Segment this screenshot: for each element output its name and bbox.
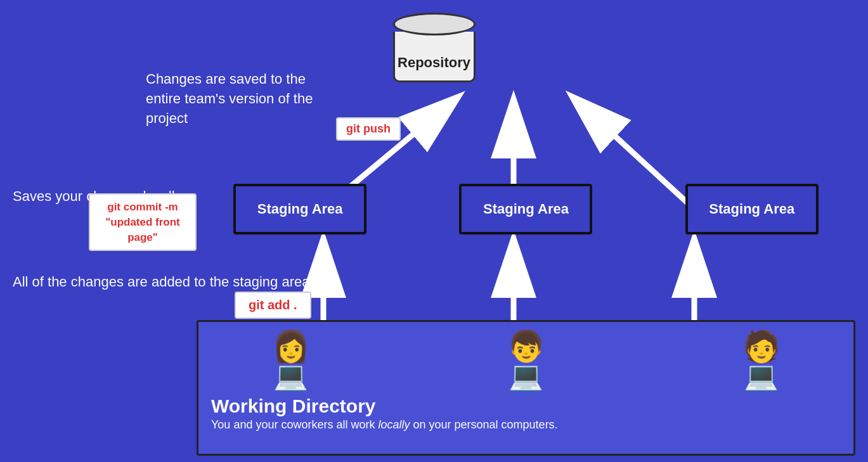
repository-cylinder: Repository	[393, 13, 476, 82]
repository-section: Repository	[393, 13, 476, 82]
staging-area-2: Staging Area	[459, 184, 592, 234]
staging-area-label: All of the changes are added to the stag…	[13, 273, 309, 292]
person-2-head: 👦	[507, 331, 545, 362]
person-3: 🧑 💻	[742, 331, 781, 390]
working-directory-section: 👩 💻 👦 💻 🧑 💻 Working Directory You and yo…	[197, 320, 855, 456]
staging-areas-row: Staging Area Staging Area Staging Area	[197, 184, 855, 234]
git-add-badge: git add .	[235, 292, 311, 319]
person-1: 👩 💻	[272, 331, 310, 390]
person-2: 👦 💻	[507, 331, 545, 390]
changes-saved-label: Changes are saved to the entire team's v…	[146, 70, 317, 128]
repository-label: Repository	[398, 55, 470, 71]
person-3-laptop: 💻	[744, 362, 779, 390]
staging-area-3: Staging Area	[685, 184, 819, 234]
working-directory-title: Working Directory	[211, 395, 376, 417]
cylinder-top	[393, 13, 476, 35]
person-2-laptop: 💻	[508, 362, 543, 390]
avatars-row: 👩 💻 👦 💻 🧑 💻	[211, 328, 841, 390]
git-commit-badge: git commit -m "updated front page"	[89, 193, 197, 251]
person-1-head: 👩	[272, 331, 310, 362]
person-1-laptop: 💻	[273, 362, 308, 390]
person-3-head: 🧑	[742, 331, 781, 362]
staging-area-1: Staging Area	[233, 184, 366, 234]
working-directory-subtitle: You and your coworkers all work locally …	[211, 418, 558, 432]
git-push-badge: git push	[336, 117, 401, 141]
